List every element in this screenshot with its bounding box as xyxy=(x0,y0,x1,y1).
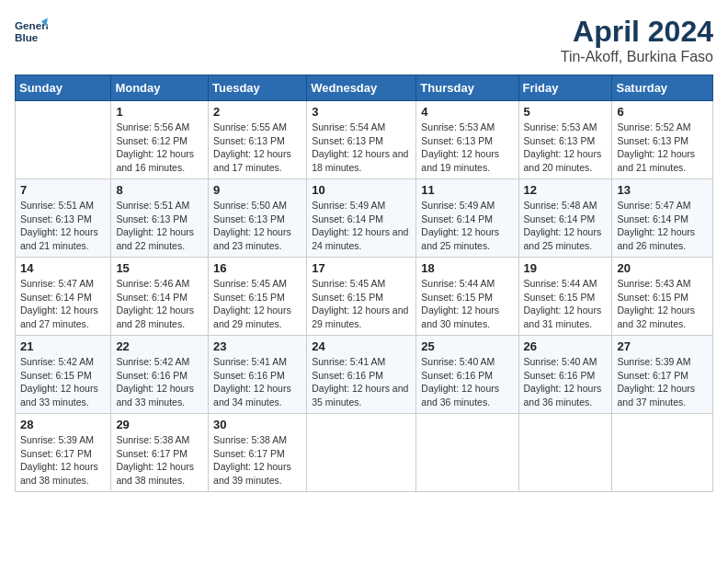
calendar-cell: 5Sunrise: 5:53 AMSunset: 6:13 PMDaylight… xyxy=(518,101,612,179)
day-info: Sunrise: 5:49 AMSunset: 6:14 PMDaylight:… xyxy=(312,199,411,253)
header-day-thursday: Thursday xyxy=(416,75,518,101)
day-number: 9 xyxy=(213,183,301,197)
day-info: Sunrise: 5:46 AMSunset: 6:14 PMDaylight:… xyxy=(116,277,203,331)
calendar-cell: 12Sunrise: 5:48 AMSunset: 6:14 PMDayligh… xyxy=(518,179,612,258)
day-info: Sunrise: 5:38 AMSunset: 6:17 PMDaylight:… xyxy=(213,433,301,488)
calendar-cell: 13Sunrise: 5:47 AMSunset: 6:14 PMDayligh… xyxy=(612,179,713,258)
calendar-cell: 4Sunrise: 5:53 AMSunset: 6:13 PMDaylight… xyxy=(416,101,518,179)
day-number: 28 xyxy=(20,418,106,431)
day-number: 10 xyxy=(312,183,411,197)
calendar-table: SundayMondayTuesdayWednesdayThursdayFrid… xyxy=(15,75,713,492)
day-info: Sunrise: 5:51 AMSunset: 6:13 PMDaylight:… xyxy=(116,199,203,253)
day-info: Sunrise: 5:50 AMSunset: 6:13 PMDaylight:… xyxy=(213,199,301,253)
day-info: Sunrise: 5:52 AMSunset: 6:13 PMDaylight:… xyxy=(617,121,708,175)
header-day-sunday: Sunday xyxy=(16,75,111,101)
day-info: Sunrise: 5:42 AMSunset: 6:16 PMDaylight:… xyxy=(116,355,203,409)
calendar-cell xyxy=(612,414,713,492)
day-info: Sunrise: 5:44 AMSunset: 6:15 PMDaylight:… xyxy=(524,277,608,331)
day-info: Sunrise: 5:43 AMSunset: 6:15 PMDaylight:… xyxy=(617,277,708,331)
day-number: 11 xyxy=(421,183,513,197)
header-day-friday: Friday xyxy=(518,75,612,101)
day-info: Sunrise: 5:51 AMSunset: 6:13 PMDaylight:… xyxy=(20,199,106,253)
day-number: 4 xyxy=(421,105,513,119)
day-info: Sunrise: 5:40 AMSunset: 6:16 PMDaylight:… xyxy=(524,355,608,409)
calendar-cell: 20Sunrise: 5:43 AMSunset: 6:15 PMDayligh… xyxy=(612,258,713,336)
calendar-cell: 6Sunrise: 5:52 AMSunset: 6:13 PMDaylight… xyxy=(612,101,713,179)
calendar-cell: 25Sunrise: 5:40 AMSunset: 6:16 PMDayligh… xyxy=(416,336,518,414)
day-number: 2 xyxy=(213,105,301,119)
day-info: Sunrise: 5:42 AMSunset: 6:15 PMDaylight:… xyxy=(20,355,106,409)
day-info: Sunrise: 5:45 AMSunset: 6:15 PMDaylight:… xyxy=(213,277,301,331)
day-info: Sunrise: 5:45 AMSunset: 6:15 PMDaylight:… xyxy=(312,277,411,331)
calendar-cell: 1Sunrise: 5:56 AMSunset: 6:12 PMDaylight… xyxy=(111,101,209,179)
calendar-cell: 2Sunrise: 5:55 AMSunset: 6:13 PMDaylight… xyxy=(209,101,307,179)
calendar-cell: 18Sunrise: 5:44 AMSunset: 6:15 PMDayligh… xyxy=(416,258,518,336)
day-number: 27 xyxy=(617,339,708,353)
day-number: 19 xyxy=(524,261,608,275)
day-number: 17 xyxy=(312,261,411,275)
week-row-5: 28Sunrise: 5:39 AMSunset: 6:17 PMDayligh… xyxy=(16,414,713,492)
day-number: 16 xyxy=(213,261,301,275)
calendar-cell: 28Sunrise: 5:39 AMSunset: 6:17 PMDayligh… xyxy=(16,414,111,492)
day-number: 5 xyxy=(524,105,608,119)
day-number: 12 xyxy=(524,183,608,197)
day-info: Sunrise: 5:39 AMSunset: 6:17 PMDaylight:… xyxy=(20,433,106,488)
day-number: 20 xyxy=(617,261,708,275)
calendar-cell: 22Sunrise: 5:42 AMSunset: 6:16 PMDayligh… xyxy=(111,336,209,414)
calendar-cell: 17Sunrise: 5:45 AMSunset: 6:15 PMDayligh… xyxy=(307,258,416,336)
calendar-cell: 23Sunrise: 5:41 AMSunset: 6:16 PMDayligh… xyxy=(209,336,307,414)
calendar-cell: 24Sunrise: 5:41 AMSunset: 6:16 PMDayligh… xyxy=(307,336,416,414)
day-number: 1 xyxy=(116,105,203,119)
day-number: 26 xyxy=(524,339,608,353)
calendar-cell: 10Sunrise: 5:49 AMSunset: 6:14 PMDayligh… xyxy=(307,179,416,258)
calendar-cell: 9Sunrise: 5:50 AMSunset: 6:13 PMDaylight… xyxy=(209,179,307,258)
header-day-monday: Monday xyxy=(111,75,209,101)
header-day-wednesday: Wednesday xyxy=(307,75,416,101)
day-number: 24 xyxy=(312,339,411,353)
week-row-3: 14Sunrise: 5:47 AMSunset: 6:14 PMDayligh… xyxy=(16,258,713,336)
header: General Blue April 2024 Tin-Akoff, Burki… xyxy=(15,15,713,65)
day-number: 8 xyxy=(116,183,203,197)
day-info: Sunrise: 5:53 AMSunset: 6:13 PMDaylight:… xyxy=(524,121,608,175)
calendar-cell xyxy=(16,101,111,179)
calendar-cell: 11Sunrise: 5:49 AMSunset: 6:14 PMDayligh… xyxy=(416,179,518,258)
week-row-2: 7Sunrise: 5:51 AMSunset: 6:13 PMDaylight… xyxy=(16,179,713,258)
day-number: 23 xyxy=(213,339,301,353)
day-number: 3 xyxy=(312,105,411,119)
calendar-cell xyxy=(518,414,612,492)
calendar-cell xyxy=(307,414,416,492)
day-number: 14 xyxy=(20,261,106,275)
day-info: Sunrise: 5:47 AMSunset: 6:14 PMDaylight:… xyxy=(20,277,106,331)
calendar-cell: 8Sunrise: 5:51 AMSunset: 6:13 PMDaylight… xyxy=(111,179,209,258)
title-area: April 2024 Tin-Akoff, Burkina Faso xyxy=(561,15,713,65)
day-number: 29 xyxy=(116,418,203,431)
day-info: Sunrise: 5:44 AMSunset: 6:15 PMDaylight:… xyxy=(421,277,513,331)
svg-text:Blue: Blue xyxy=(15,31,39,43)
week-row-4: 21Sunrise: 5:42 AMSunset: 6:15 PMDayligh… xyxy=(16,336,713,414)
day-number: 21 xyxy=(20,339,106,353)
day-number: 25 xyxy=(421,339,513,353)
day-info: Sunrise: 5:38 AMSunset: 6:17 PMDaylight:… xyxy=(116,433,203,488)
day-info: Sunrise: 5:48 AMSunset: 6:14 PMDaylight:… xyxy=(524,199,608,253)
calendar-cell: 14Sunrise: 5:47 AMSunset: 6:14 PMDayligh… xyxy=(16,258,111,336)
day-number: 15 xyxy=(116,261,203,275)
day-number: 13 xyxy=(617,183,708,197)
month-title: April 2024 xyxy=(561,15,713,49)
day-info: Sunrise: 5:53 AMSunset: 6:13 PMDaylight:… xyxy=(421,121,513,175)
day-info: Sunrise: 5:54 AMSunset: 6:13 PMDaylight:… xyxy=(312,121,411,175)
calendar-cell: 27Sunrise: 5:39 AMSunset: 6:17 PMDayligh… xyxy=(612,336,713,414)
day-info: Sunrise: 5:39 AMSunset: 6:17 PMDaylight:… xyxy=(617,355,708,409)
calendar-cell: 16Sunrise: 5:45 AMSunset: 6:15 PMDayligh… xyxy=(209,258,307,336)
calendar-cell: 3Sunrise: 5:54 AMSunset: 6:13 PMDaylight… xyxy=(307,101,416,179)
calendar-cell: 15Sunrise: 5:46 AMSunset: 6:14 PMDayligh… xyxy=(111,258,209,336)
day-info: Sunrise: 5:47 AMSunset: 6:14 PMDaylight:… xyxy=(617,199,708,253)
day-info: Sunrise: 5:49 AMSunset: 6:14 PMDaylight:… xyxy=(421,199,513,253)
header-day-tuesday: Tuesday xyxy=(209,75,307,101)
calendar-cell: 30Sunrise: 5:38 AMSunset: 6:17 PMDayligh… xyxy=(209,414,307,492)
calendar-cell xyxy=(416,414,518,492)
week-row-1: 1Sunrise: 5:56 AMSunset: 6:12 PMDaylight… xyxy=(16,101,713,179)
header-day-saturday: Saturday xyxy=(612,75,713,101)
day-info: Sunrise: 5:40 AMSunset: 6:16 PMDaylight:… xyxy=(421,355,513,409)
calendar-cell: 26Sunrise: 5:40 AMSunset: 6:16 PMDayligh… xyxy=(518,336,612,414)
logo-icon: General Blue xyxy=(15,15,48,48)
